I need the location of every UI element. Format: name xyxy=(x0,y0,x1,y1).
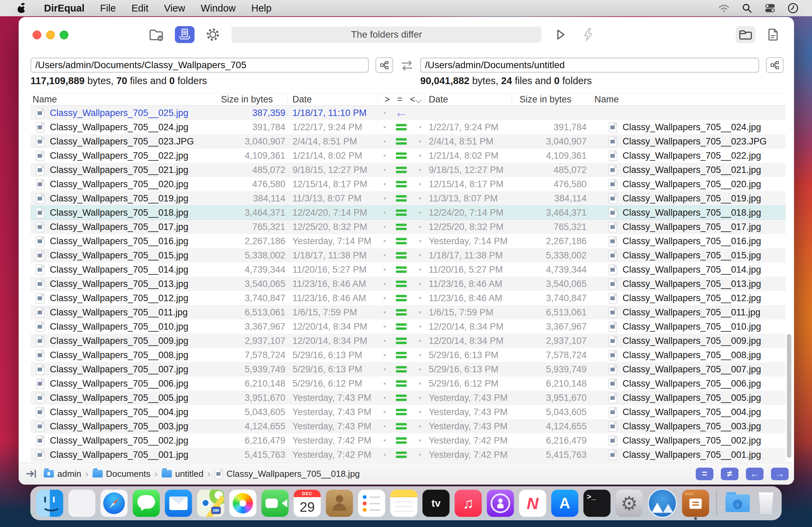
table-row[interactable]: Classy_Wallpapers_705__013.jpg 3,540,065… xyxy=(30,277,786,291)
dock-podcasts-icon[interactable] xyxy=(487,490,514,517)
show-folders-view-button[interactable] xyxy=(736,26,755,43)
table-row[interactable]: Classy_Wallpapers_705__004.jpg 5,043,605… xyxy=(30,405,786,419)
zoom-button[interactable] xyxy=(60,30,69,39)
close-button[interactable] xyxy=(32,30,41,39)
control-center-icon[interactable] xyxy=(764,2,776,14)
table-row[interactable]: Classy_Wallpapers_705__015.jpg 5,338,002… xyxy=(30,248,786,262)
header-date-right[interactable]: Date xyxy=(425,94,512,105)
left-path-input[interactable]: /Users/admin/Documents/Classy_Wallpapers… xyxy=(30,58,369,73)
settings-gear-icon[interactable] xyxy=(204,26,221,43)
compare-list-button[interactable] xyxy=(175,26,194,43)
dock-maps-icon[interactable]: 280 xyxy=(197,490,224,517)
minimize-button[interactable] xyxy=(46,30,55,39)
dock-finder-icon[interactable] xyxy=(36,490,63,517)
menu-item-view[interactable]: View xyxy=(164,3,185,14)
clock-icon[interactable] xyxy=(787,2,799,14)
file-size-right: 5,043,605 xyxy=(512,407,593,417)
swap-sides-icon[interactable] xyxy=(399,58,415,73)
table-row[interactable]: Classy_Wallpapers_705__009.jpg 2,937,107… xyxy=(30,334,786,348)
search-icon[interactable] xyxy=(741,2,753,14)
table-row[interactable]: Classy_Wallpapers_705__019.jpg 384,114 1… xyxy=(30,191,786,205)
file-name-right: Classy_Wallpapers_705__022.jpg xyxy=(623,151,761,161)
dock-mountain-app-icon[interactable] xyxy=(648,489,677,518)
filter-equal-button[interactable]: = xyxy=(696,468,713,480)
header-name-left[interactable]: Name xyxy=(30,94,221,105)
dock-launchpad-icon[interactable] xyxy=(69,490,96,517)
copy-left-button[interactable]: ← xyxy=(746,468,764,480)
table-row[interactable]: Classy_Wallpapers_705__008.jpg 7,578,724… xyxy=(30,348,786,362)
table-row[interactable]: Classy_Wallpapers_705__007.jpg 5,939,749… xyxy=(30,362,786,376)
header-diff[interactable]: > = < xyxy=(378,94,425,105)
menu-item-window[interactable]: Window xyxy=(201,3,235,14)
table-row[interactable]: Classy_Wallpapers_705__020.jpg 476,580 1… xyxy=(30,177,786,191)
table-row[interactable]: Classy_Wallpapers_705__005.jpg 3,951,670… xyxy=(30,391,786,405)
table-row[interactable]: Classy_Wallpapers_705__023.JPG 3,040,907… xyxy=(30,134,786,148)
show-report-document-button[interactable] xyxy=(764,26,782,43)
table-row[interactable]: Classy_Wallpapers_705__006.jpg 6,210,148… xyxy=(30,376,786,391)
file-date-right: 1/18/17, 11:38 PM xyxy=(425,250,512,261)
breadcrumb-item-untitled[interactable]: untitled xyxy=(162,469,204,479)
breadcrumb-separator: › xyxy=(85,469,88,479)
dock-notes-icon[interactable] xyxy=(390,490,418,517)
dock-settings-icon[interactable]: ⚙ xyxy=(616,490,643,517)
jump-to-selection-icon[interactable] xyxy=(25,468,39,480)
dock-calendar-icon[interactable]: DEC 29 xyxy=(294,490,321,517)
table-row[interactable]: Classy_Wallpapers_705__021.jpg 485,072 9… xyxy=(30,163,786,177)
play-button[interactable] xyxy=(551,26,569,43)
exclude-folder-button[interactable] xyxy=(148,26,165,43)
dock-mail-icon[interactable] xyxy=(165,490,192,517)
table-row[interactable]: Classy_Wallpapers_705__010.jpg 3,367,967… xyxy=(30,319,786,334)
filter-not-equal-button[interactable]: ≠ xyxy=(721,468,738,480)
breadcrumb-item-file[interactable]: Classy_Wallpapers_705__018.jpg xyxy=(215,469,360,479)
header-size-left[interactable]: Size in bytes xyxy=(221,94,287,105)
left-tree-button[interactable] xyxy=(376,57,393,73)
header-date-left[interactable]: Date xyxy=(287,94,378,105)
table-row[interactable]: Classy_Wallpapers_705__011.jpg 6,513,061… xyxy=(30,305,786,319)
right-tree-button[interactable] xyxy=(766,57,784,73)
file-icon xyxy=(36,208,44,218)
table-row[interactable]: Classy_Wallpapers_705__022.jpg 4,109,361… xyxy=(30,148,786,163)
table-row[interactable]: Classy_Wallpapers_705__012.jpg 3,740,847… xyxy=(30,291,786,305)
file-icon xyxy=(36,265,44,275)
file-size-right: 5,415,763 xyxy=(512,450,593,460)
menu-item-file[interactable]: File xyxy=(100,3,116,14)
table-row[interactable]: Classy_Wallpapers_705__014.jpg 4,739,344… xyxy=(30,262,786,277)
quick-compare-bolt-button[interactable] xyxy=(580,26,597,43)
menu-app-name[interactable]: DirEqual xyxy=(44,3,84,14)
dock-appstore-icon[interactable]: A xyxy=(551,490,579,517)
table-row[interactable]: Classy_Wallpapers_705__017.jpg 765,321 1… xyxy=(30,220,786,234)
table-row[interactable]: Classy_Wallpapers_705__016.jpg 2,267,186… xyxy=(30,234,786,248)
dock-tv-icon[interactable]: tv xyxy=(423,490,450,517)
breadcrumb-item-admin[interactable]: admin xyxy=(44,469,81,479)
breadcrumb-item-documents[interactable]: Documents xyxy=(92,469,151,479)
apple-menu-icon[interactable] xyxy=(18,3,26,13)
wifi-icon[interactable] xyxy=(718,2,730,14)
copy-right-button[interactable]: → xyxy=(771,468,788,480)
dock-facetime-icon[interactable] xyxy=(262,490,289,517)
dock-music-icon[interactable]: ♫ xyxy=(455,490,482,517)
header-size-right[interactable]: Size in bytes xyxy=(512,94,593,105)
dock-safari-icon[interactable] xyxy=(101,490,128,517)
table-row[interactable]: Classy_Wallpapers_705__003.jpg 4,124,655… xyxy=(30,419,786,433)
dock-trash-icon[interactable] xyxy=(756,490,776,517)
dock-messages-icon[interactable] xyxy=(133,490,160,517)
vertical-scrollbar-thumb[interactable] xyxy=(787,334,791,458)
right-path-input[interactable]: /Users/admin/Documents/untitled xyxy=(420,58,759,73)
dock-contacts-icon[interactable] xyxy=(326,490,353,517)
table-row[interactable]: Classy_Wallpapers_705__025.jpg 387,359 1… xyxy=(30,106,786,120)
table-row[interactable]: Classy_Wallpapers_705__002.jpg 6,216,479… xyxy=(30,433,786,448)
table-row[interactable]: Classy_Wallpapers_705__018.jpg 3,464,371… xyxy=(30,205,786,220)
header-name-right[interactable]: Name xyxy=(593,94,786,105)
table-row[interactable]: Classy_Wallpapers_705__001.jpg 5,415,763… xyxy=(30,448,786,462)
table-row[interactable]: Classy_Wallpapers_705__024.jpg 391,784 1… xyxy=(30,120,786,134)
dock-direqual-icon[interactable] xyxy=(682,490,709,517)
dock-reminders-icon[interactable] xyxy=(358,490,385,517)
dock-photos-icon[interactable] xyxy=(229,490,257,517)
file-icon xyxy=(36,236,44,246)
menu-item-help[interactable]: Help xyxy=(251,3,272,14)
file-date-left: 12/20/14, 8:34 PM xyxy=(287,336,378,346)
dock-terminal-icon[interactable]: >_ xyxy=(584,490,611,517)
menu-item-edit[interactable]: Edit xyxy=(131,3,148,14)
dock-news-icon[interactable]: N xyxy=(519,490,546,517)
dock-downloads-icon[interactable]: ↓ xyxy=(724,490,751,517)
